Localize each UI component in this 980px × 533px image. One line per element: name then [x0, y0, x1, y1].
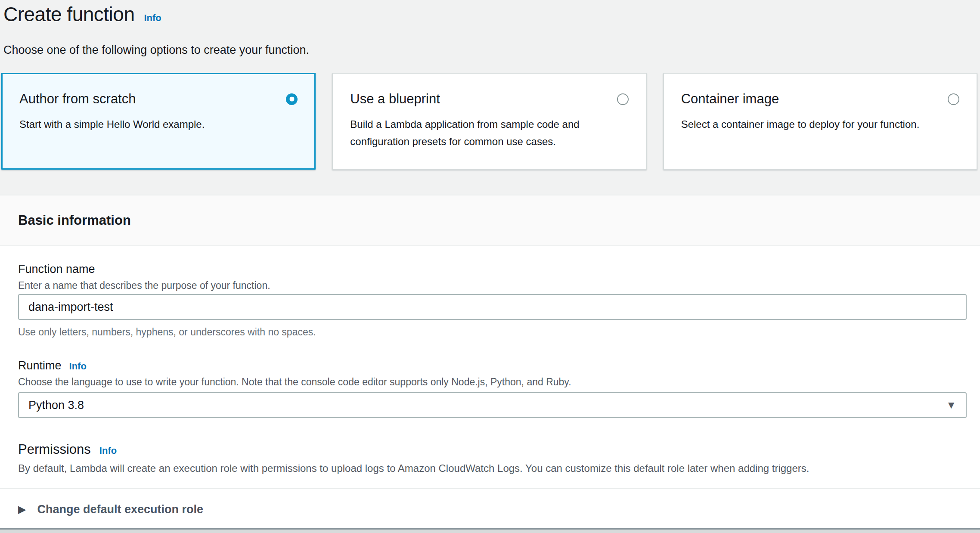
permissions-section: Permissions Info By default, Lambda will… — [18, 441, 967, 475]
card-description: Start with a simple Hello World example. — [19, 116, 286, 133]
expander-label: Change default execution role — [37, 503, 203, 516]
function-name-field: Function name Enter a name that describe… — [18, 262, 967, 338]
card-description: Select a container image to deploy for y… — [681, 116, 948, 133]
permissions-heading: Permissions — [18, 441, 91, 458]
card-title: Use a blueprint — [350, 91, 440, 107]
card-description: Build a Lambda application from sample c… — [350, 116, 617, 150]
card-use-a-blueprint[interactable]: Use a blueprint Build a Lambda applicati… — [332, 73, 646, 170]
runtime-selected-value: Python 3.8 — [28, 399, 84, 412]
create-function-page: Create function Info Choose one of the f… — [0, 0, 980, 533]
radio-unselected-icon[interactable] — [948, 93, 959, 105]
permissions-info-link[interactable]: Info — [99, 445, 117, 456]
card-author-from-scratch[interactable]: Author from scratch Start with a simple … — [1, 73, 316, 170]
runtime-field: Runtime Info Choose the language to use … — [18, 359, 967, 418]
chevron-down-icon: ▼ — [946, 400, 956, 410]
basic-information-body: Function name Enter a name that describe… — [0, 246, 980, 533]
permissions-description: By default, Lambda will create an execut… — [18, 462, 967, 475]
page-subtitle: Choose one of the following options to c… — [3, 43, 977, 57]
function-name-label: Function name — [18, 262, 95, 276]
runtime-label: Runtime — [18, 359, 62, 372]
function-name-input[interactable]: dana-import-test — [18, 294, 967, 320]
function-name-helper: Use only letters, numbers, hyphens, or u… — [18, 326, 967, 338]
runtime-select[interactable]: Python 3.8 ▼ — [18, 392, 967, 418]
page-title-info-link[interactable]: Info — [144, 12, 161, 24]
radio-unselected-icon[interactable] — [617, 93, 629, 105]
card-title: Author from scratch — [19, 91, 136, 107]
creation-option-cards: Author from scratch Start with a simple … — [1, 73, 977, 170]
card-title: Container image — [681, 91, 779, 107]
function-name-description: Enter a name that describes the purpose … — [18, 279, 967, 291]
page-title: Create function — [3, 3, 134, 26]
page-header: Create function Info Choose one of the f… — [0, 0, 980, 57]
radio-selected-icon[interactable] — [286, 93, 298, 105]
runtime-description: Choose the language to use to write your… — [18, 376, 967, 388]
basic-information-heading: Basic information — [18, 213, 131, 228]
runtime-info-link[interactable]: Info — [69, 361, 87, 372]
change-default-execution-role-expander[interactable]: ▶ Change default execution role — [18, 500, 967, 519]
triangle-right-icon: ▶ — [18, 504, 26, 514]
bottom-section-border — [0, 528, 980, 533]
card-container-image[interactable]: Container image Select a container image… — [663, 73, 977, 170]
section-divider — [0, 488, 980, 489]
function-name-value: dana-import-test — [28, 301, 113, 314]
basic-information-header: Basic information — [0, 195, 980, 246]
